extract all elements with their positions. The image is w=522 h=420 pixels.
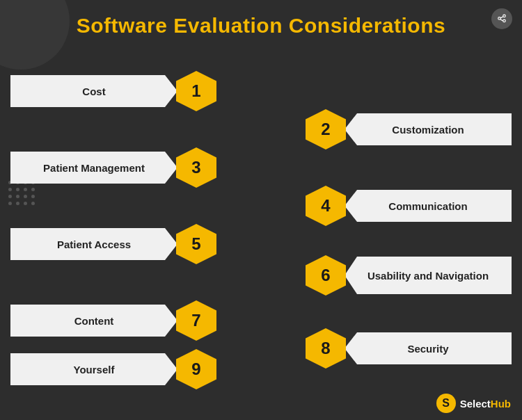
page-title: Software Evaluation Considerations — [77, 14, 445, 38]
hex-1: 1 — [176, 71, 216, 111]
hex-9: 9 — [176, 349, 216, 389]
selecthub-logo: S SelectHub — [436, 394, 511, 413]
label-usability: Usability and Navigation — [345, 257, 512, 294]
hex-2: 2 — [306, 109, 346, 150]
hex-3: 3 — [176, 147, 216, 188]
hex-8: 8 — [306, 328, 346, 369]
hex-4: 4 — [306, 186, 346, 226]
hex-7: 7 — [176, 300, 216, 341]
hex-6: 6 — [306, 255, 346, 296]
label-content: Content — [10, 305, 177, 337]
share-icon[interactable] — [491, 8, 512, 29]
label-communication: Communication — [345, 190, 512, 222]
diagram-area: Cost 1 2 Customization Patient Managemen… — [10, 50, 512, 391]
hex-5: 5 — [176, 224, 216, 264]
label-patient-management: Patient Management — [10, 152, 177, 184]
label-customization: Customization — [345, 113, 512, 145]
right-row-4: 4 Communication — [306, 186, 512, 226]
main-container: Software Evaluation Considerations Cost … — [0, 0, 522, 420]
title-part2: Considerations — [289, 14, 445, 37]
right-row-2: 2 Customization — [306, 109, 512, 150]
right-row-8: 8 Security — [306, 328, 512, 369]
right-row-6: 6 Usability and Navigation — [306, 255, 512, 296]
left-row-3: Patient Management 3 — [10, 147, 216, 188]
left-row-7: Content 7 — [10, 300, 216, 341]
left-row-9: Yourself 9 — [10, 349, 216, 389]
left-row-1: Cost 1 — [10, 71, 216, 111]
title-part1: Software Evaluation — [77, 14, 289, 37]
left-row-5: Patient Access 5 — [10, 224, 216, 264]
label-patient-access: Patient Access — [10, 228, 177, 260]
logo-icon: S — [436, 394, 456, 413]
label-yourself: Yourself — [10, 353, 177, 385]
label-security: Security — [345, 332, 512, 364]
label-cost: Cost — [10, 75, 177, 107]
logo-text: SelectHub — [460, 398, 511, 410]
